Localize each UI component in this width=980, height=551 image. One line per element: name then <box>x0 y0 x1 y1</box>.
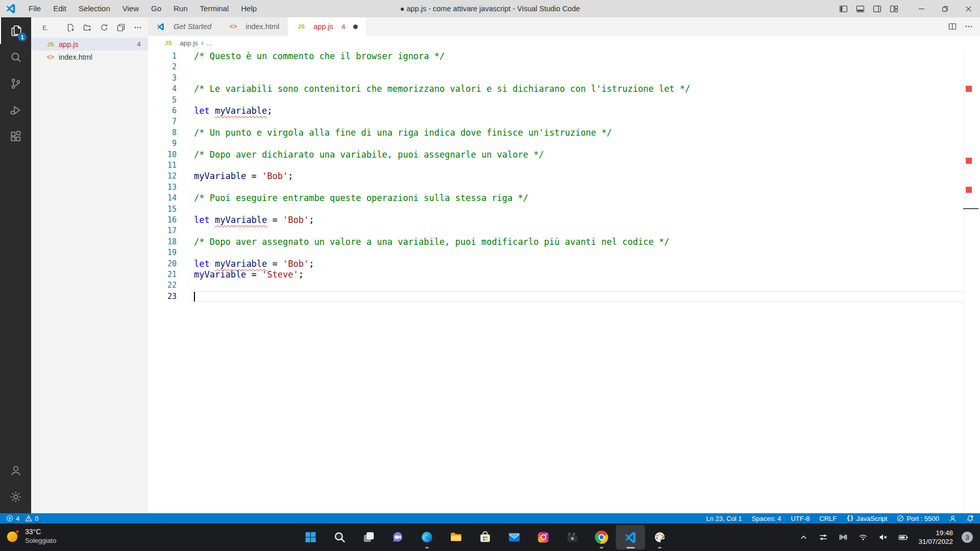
battery-icon[interactable] <box>896 531 910 544</box>
taskbar-app-paint-3d[interactable] <box>645 525 674 549</box>
code-line-8[interactable]: 8/* Un punto e virgola alla fine di una … <box>148 128 980 138</box>
activitybar-accounts[interactable] <box>0 457 31 484</box>
code-line-3[interactable]: 3 <box>148 73 980 84</box>
menu-terminal[interactable]: Terminal <box>194 0 235 17</box>
status-eol-sequence[interactable]: CRLF <box>819 515 837 522</box>
menu-help[interactable]: Help <box>235 0 263 17</box>
taskbar-app-edge[interactable] <box>412 525 442 549</box>
weather-widget[interactable]: 33°C Soleggiato <box>5 527 56 545</box>
breadcrumb-symbol[interactable]: ... <box>207 39 212 47</box>
running-indicator <box>600 547 603 548</box>
activitybar-source-control[interactable] <box>0 70 31 97</box>
activitybar-settings[interactable] <box>0 484 31 510</box>
menu-go[interactable]: Go <box>145 0 167 17</box>
notification-count-badge[interactable]: 3 <box>962 532 973 543</box>
code-line-4[interactable]: 4/* Le variabili sono contenitori che me… <box>148 84 980 94</box>
taskbar-app-chrome[interactable] <box>587 525 616 549</box>
collapse-folders-icon[interactable] <box>117 23 125 32</box>
taskbar-app-vscode[interactable] <box>616 525 645 549</box>
status-notifications[interactable] <box>966 515 974 522</box>
ime-indicator-icon[interactable] <box>837 531 850 544</box>
more-actions-icon[interactable] <box>965 22 973 31</box>
close-button[interactable] <box>957 0 980 17</box>
toggle-primary-sidebar-icon[interactable] <box>839 5 848 13</box>
source-control-icon <box>9 77 22 90</box>
split-editor-icon[interactable] <box>948 22 957 31</box>
refresh-explorer-icon[interactable] <box>100 23 108 32</box>
problems-indicator[interactable]: 4 0 <box>6 515 38 522</box>
status-language-mode[interactable]: {}JavaScript <box>846 515 887 522</box>
taskbar-clock[interactable]: 19:48 31/07/2022 <box>918 529 953 546</box>
code-line-19[interactable]: 19 <box>148 247 980 258</box>
taskbar-app-search[interactable] <box>325 525 354 549</box>
new-folder-icon[interactable] <box>83 23 91 32</box>
code-line-21[interactable]: 21myVariable = 'Steve'; <box>148 269 980 280</box>
code-line-1[interactable]: 1/* Questo è un commento che il browser … <box>148 51 980 62</box>
menu-view[interactable]: View <box>116 0 145 17</box>
tab-get-started[interactable]: Get Started <box>148 17 220 36</box>
menu-file[interactable]: File <box>22 0 47 17</box>
quick-settings-sliders-icon[interactable] <box>817 531 830 544</box>
toggle-panel-icon[interactable] <box>856 5 865 13</box>
status-cursor-position[interactable]: Ln 23, Col 1 <box>706 515 742 522</box>
code-line-17[interactable]: 17 <box>148 226 980 236</box>
wifi-icon[interactable] <box>856 531 870 544</box>
code-line-9[interactable]: 9 <box>148 138 980 149</box>
file-item-index.html[interactable]: <>index.html <box>31 51 148 63</box>
breadcrumb-file[interactable]: app.js <box>180 39 198 47</box>
code-line-20[interactable]: 20let myVariable = 'Bob'; <box>148 259 980 269</box>
code-line-10[interactable]: 10/* Dopo aver dichiarato una variabile,… <box>148 149 980 160</box>
activitybar-run-and-debug[interactable] <box>0 97 31 123</box>
taskbar-app-store[interactable] <box>471 525 500 549</box>
more-actions-icon[interactable] <box>134 23 142 32</box>
code-line-15[interactable]: 15 <box>148 204 980 215</box>
tab-bar: Get Started<>index.htmlJSapp.js4 <box>148 17 980 36</box>
activitybar-search[interactable] <box>0 44 31 70</box>
line-number: 20 <box>148 259 177 269</box>
restore-button[interactable] <box>933 0 957 17</box>
taskbar-app-file-explorer[interactable] <box>442 525 471 549</box>
modified-dot-icon[interactable] <box>353 24 358 29</box>
code-line-2[interactable]: 2 <box>148 62 980 72</box>
line-number: 21 <box>148 269 177 280</box>
taskbar-app-instagram[interactable] <box>529 525 558 549</box>
file-item-app.js[interactable]: JSapp.js4 <box>31 38 148 51</box>
menu-run[interactable]: Run <box>167 0 194 17</box>
hidden-icons-chevron-icon[interactable] <box>797 531 810 544</box>
code-line-11[interactable]: 11 <box>148 160 980 171</box>
current-line-highlight <box>190 291 964 302</box>
minimize-button[interactable] <box>910 0 933 17</box>
code-line-6[interactable]: 6let myVariable; <box>148 106 980 116</box>
menu-edit[interactable]: Edit <box>47 0 72 17</box>
tab-index.html[interactable]: <>index.html <box>220 17 288 36</box>
customize-layout-icon[interactable] <box>890 5 898 13</box>
status-live-server-port[interactable]: Port : 5500 <box>897 515 939 522</box>
activitybar-extensions[interactable] <box>0 123 31 150</box>
taskbar-app-clipchamp[interactable] <box>558 525 587 549</box>
code-line-23[interactable]: 23 <box>148 291 980 302</box>
status-encoding[interactable]: UTF-8 <box>791 515 810 522</box>
code-line-12[interactable]: 12myVariable = 'Bob'; <box>148 171 980 182</box>
code-line-16[interactable]: 16let myVariable = 'Bob'; <box>148 215 980 226</box>
code-line-22[interactable]: 22 <box>148 280 980 291</box>
taskbar-app-mail[interactable] <box>500 525 529 549</box>
taskbar-app-task-view[interactable] <box>354 525 383 549</box>
code-line-18[interactable]: 18/* Dopo aver assegnato un valore a una… <box>148 237 980 247</box>
weather-temp: 33°C <box>25 527 56 536</box>
new-file-icon[interactable] <box>66 23 75 32</box>
menu-selection[interactable]: Selection <box>72 0 116 17</box>
status-feedback[interactable] <box>949 515 957 522</box>
toggle-secondary-sidebar-icon[interactable] <box>873 5 881 13</box>
taskbar-app-chat[interactable] <box>383 525 412 549</box>
code-editor[interactable]: 1/* Questo è un commento che il browser … <box>148 50 980 513</box>
status-indentation[interactable]: Spaces: 4 <box>752 515 781 522</box>
volume-muted-icon[interactable] <box>876 531 890 544</box>
code-line-14[interactable]: 14/* Puoi eseguire entrambe queste opera… <box>148 193 980 204</box>
activitybar-explorer[interactable]: 1 <box>0 17 31 44</box>
code-line-13[interactable]: 13 <box>148 182 980 193</box>
tab-app.js[interactable]: JSapp.js4 <box>288 17 366 36</box>
breadcrumb[interactable]: JS app.js › ... <box>148 36 980 50</box>
taskbar-app-start[interactable] <box>296 525 325 549</box>
code-line-5[interactable]: 5 <box>148 95 980 106</box>
code-line-7[interactable]: 7 <box>148 116 980 127</box>
